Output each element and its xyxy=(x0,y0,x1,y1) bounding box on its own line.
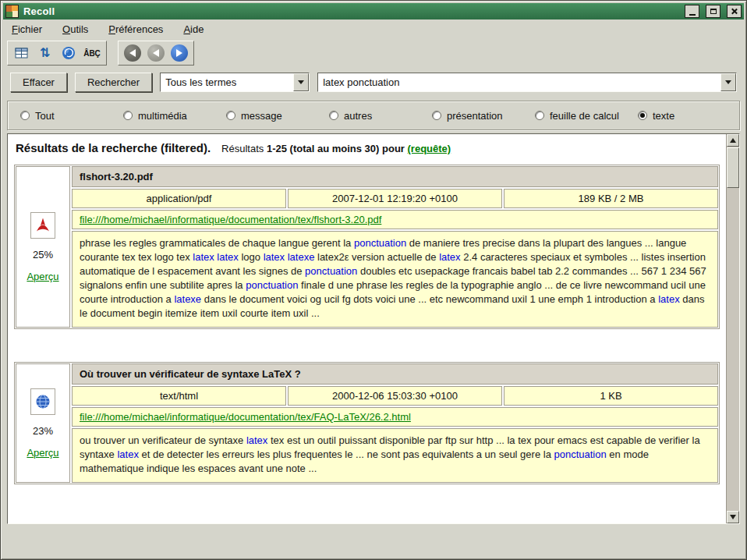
maximize-icon xyxy=(710,9,717,14)
sort-arrows-icon[interactable]: ⇅ xyxy=(35,43,55,63)
search-mode-combobox[interactable]: Tous les termes xyxy=(160,73,310,92)
filter-feuille-de-calcul[interactable]: feuille de calcul xyxy=(535,110,638,122)
circle-back-glyph xyxy=(124,44,141,62)
scrollbar-thumb[interactable] xyxy=(727,147,739,188)
results-area: Résultats de la recherche (filtered). Ré… xyxy=(7,133,740,524)
result-mime: text/html xyxy=(72,386,286,406)
nav-next-icon[interactable] xyxy=(169,43,189,63)
query-combobox xyxy=(317,73,737,92)
result-size: 189 KB / 2 MB xyxy=(504,189,718,208)
term-explorer-icon[interactable]: ÂBÇ xyxy=(82,43,102,63)
results-summary-prefix: Résultats xyxy=(221,143,264,154)
blue-ball-glyph xyxy=(61,45,76,61)
scroll-up-icon[interactable] xyxy=(727,134,739,147)
relevance-percent: 25% xyxy=(33,249,53,261)
menu-fichier[interactable]: Fichier xyxy=(10,22,44,37)
radio-icon xyxy=(638,111,647,120)
recoll-window: Recoll FichierOutilsPréférencesAide ⇅ ÂB… xyxy=(0,0,747,560)
filter-label: Tout xyxy=(35,110,55,122)
query-history-chevron-icon[interactable] xyxy=(720,73,736,91)
result-item: 25%Aperçuflshort-3.20.pdfapplication/pdf… xyxy=(14,165,720,329)
result-title: Où trouver un vérificateur de syntaxe La… xyxy=(72,363,718,385)
results-content: Résultats de la recherche (filtered). Ré… xyxy=(8,134,726,523)
result-url-link[interactable]: file:///home/michael/informatique/docume… xyxy=(80,214,381,225)
abc-glyph: ÂBÇ xyxy=(83,49,101,58)
nav-prev-icon[interactable] xyxy=(146,43,166,63)
search-button[interactable]: Rechercher xyxy=(75,73,152,92)
menubar: FichierOutilsPréférencesAide xyxy=(1,19,746,39)
circle-prev-glyph xyxy=(147,44,165,62)
filter-tout[interactable]: Tout xyxy=(20,110,123,122)
filter-multimedia[interactable]: multimédia xyxy=(123,110,226,122)
vertical-scrollbar[interactable] xyxy=(726,134,739,523)
result-date: 2007-12-01 12:19:20 +0100 xyxy=(288,189,502,208)
search-row: Effacer Rechercher Tous les termes xyxy=(1,67,746,97)
result-url-row: file:///home/michael/informatique/docume… xyxy=(72,407,718,427)
menu-aide[interactable]: Aide xyxy=(182,22,205,37)
circle-next-glyph xyxy=(171,44,188,62)
radio-icon xyxy=(20,111,30,120)
scroll-down-icon[interactable] xyxy=(727,511,739,523)
close-icon xyxy=(731,8,738,15)
toolbar: ⇅ ÂBÇ xyxy=(1,39,746,67)
results-header: Résultats de la recherche (filtered). Ré… xyxy=(14,139,720,161)
window-title: Recoll xyxy=(23,5,678,17)
result-detail: flshort-3.20.pdfapplication/pdf2007-12-0… xyxy=(72,166,718,328)
search-mode-value: Tous les termes xyxy=(161,76,293,88)
pdf-file-icon[interactable] xyxy=(30,212,55,239)
toolbar-group-tools: ⇅ ÂBÇ xyxy=(7,41,107,66)
history-icon[interactable] xyxy=(58,43,79,63)
radio-icon xyxy=(535,111,544,120)
result-abstract: phrase les regles grammaticales de chaqu… xyxy=(72,231,718,328)
filter-message[interactable]: message xyxy=(226,110,329,122)
clear-table-icon[interactable] xyxy=(12,43,32,63)
preview-link[interactable]: Aperçu xyxy=(27,447,58,459)
search-input[interactable] xyxy=(318,76,720,88)
recoll-app-icon xyxy=(5,5,19,18)
category-filter-panel: Toutmultimédiamessageautresprésentationf… xyxy=(7,101,740,130)
maximize-button[interactable] xyxy=(706,5,720,18)
result-abstract: ou trouver un verificateur de syntaxe la… xyxy=(72,428,718,483)
titlebar: Recoll xyxy=(3,3,744,19)
result-date: 2000-12-06 15:03:30 +0100 xyxy=(288,386,502,406)
results-summary: Résultats 1-25 (total au moins 30) pour … xyxy=(221,143,451,154)
radio-icon xyxy=(226,111,235,120)
result-meta-row: application/pdf2007-12-01 12:19:20 +0100… xyxy=(72,189,718,208)
filter-label: présentation xyxy=(447,110,503,122)
result-url-link[interactable]: file:///home/michael/informatique/docume… xyxy=(80,411,411,423)
html-file-icon[interactable] xyxy=(30,388,55,415)
minimize-button[interactable] xyxy=(685,5,699,18)
result-detail: Où trouver un vérificateur de syntaxe La… xyxy=(72,363,718,483)
result-side-panel: 25%Aperçu xyxy=(16,166,70,328)
results-list: 25%Aperçuflshort-3.20.pdfapplication/pdf… xyxy=(14,165,720,484)
result-side-panel: 23%Aperçu xyxy=(16,363,70,483)
query-link[interactable]: (requête) xyxy=(408,143,451,154)
clear-button[interactable]: Effacer xyxy=(10,73,67,92)
filter-presentation[interactable]: présentation xyxy=(432,110,535,122)
nav-first-icon[interactable] xyxy=(122,43,143,63)
filter-texte[interactable]: texte xyxy=(638,110,674,122)
result-size: 1 KB xyxy=(504,386,718,406)
filter-autres[interactable]: autres xyxy=(329,110,432,122)
results-title: Résultats de la recherche (filtered). xyxy=(16,141,211,154)
result-url-row: file:///home/michael/informatique/docume… xyxy=(72,210,718,229)
radio-icon xyxy=(329,111,338,120)
radio-icon xyxy=(432,111,441,120)
radio-icon xyxy=(123,111,133,120)
menu-preferences[interactable]: Préférences xyxy=(107,22,165,37)
relevance-percent: 23% xyxy=(33,425,53,437)
chevron-down-icon[interactable] xyxy=(293,73,309,91)
toolbar-group-navigation xyxy=(118,41,194,66)
menu-outils[interactable]: Outils xyxy=(61,22,90,37)
table-glyph xyxy=(15,47,29,59)
filter-label: autres xyxy=(344,110,372,122)
result-title: flshort-3.20.pdf xyxy=(72,166,718,187)
result-mime: application/pdf xyxy=(72,189,286,208)
filter-label: message xyxy=(241,110,282,122)
result-item: 23%AperçuOù trouver un vérificateur de s… xyxy=(14,362,720,484)
close-button[interactable] xyxy=(727,5,742,18)
minimize-icon xyxy=(689,14,696,16)
preview-link[interactable]: Aperçu xyxy=(27,271,58,282)
filter-label: multimédia xyxy=(138,110,187,122)
filter-label: texte xyxy=(653,110,674,122)
